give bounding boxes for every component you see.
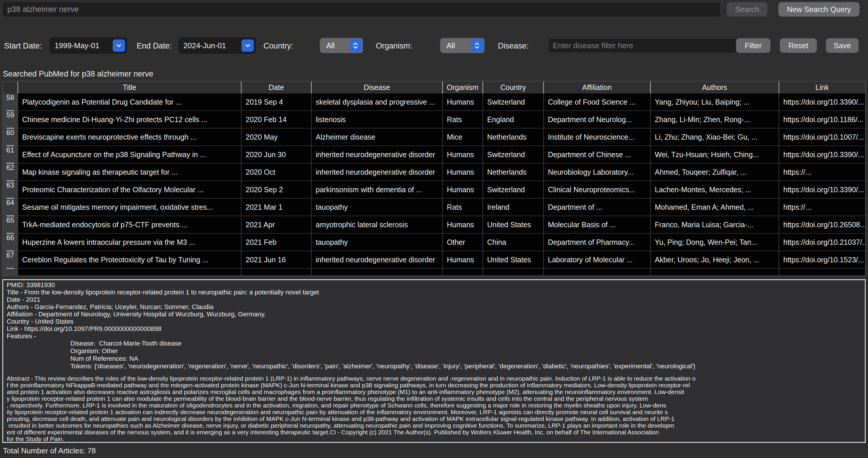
cell-title: TrkA-mediated endocytosis of p75-CTF pre… xyxy=(18,216,242,234)
abstract-line: prouting, decrease cell death, and atten… xyxy=(7,415,861,422)
start-date-label: Start Date: xyxy=(4,41,42,51)
save-button[interactable]: Save xyxy=(826,38,859,53)
cell-country: United States xyxy=(483,251,544,269)
cell-date: 2020 Oct xyxy=(242,163,312,181)
cell-title: Platycodigenin as Potential Drug Candida… xyxy=(18,93,242,111)
row-number: 63 xyxy=(3,181,18,199)
row-number: 64 xyxy=(3,199,18,216)
cell-date xyxy=(242,269,312,275)
app-window: Search New Search Query Start Date: 1999… xyxy=(0,0,868,458)
header-authors[interactable]: Authors xyxy=(651,82,779,93)
cell-title: Cereblon Regulates the Proteotoxicity of… xyxy=(18,251,242,269)
cell-date: 2020 Feb 14 xyxy=(242,111,312,128)
cell-authors: Ahmed, Touqeer; Zulfiqar, ... xyxy=(651,163,779,181)
table-row[interactable]: 59 Chinese medicine Di-Huang-Yi-Zhi prot… xyxy=(3,111,865,128)
table-row[interactable]: 64 Sesame oil mitigates memory impairmen… xyxy=(3,199,865,216)
header-link[interactable]: Link xyxy=(779,82,865,93)
detail-link: Link - https://doi.org/10.1097/PR9.00000… xyxy=(7,325,861,332)
cell-country: Netherlands xyxy=(483,163,544,181)
detail-title: Title - From the low-density lipoprotein… xyxy=(7,288,861,296)
cell-authors: Yu, Ping; Dong, Wen-Pei; Tan... xyxy=(651,234,779,251)
cell-organism: Humans xyxy=(443,216,483,234)
cell-affiliation: Neurobiology Laboratory... xyxy=(544,163,651,181)
row-number xyxy=(3,269,18,275)
up-down-chevrons-icon[interactable] xyxy=(471,39,483,52)
detail-country: Country - United States xyxy=(7,318,861,325)
chevron-down-icon[interactable] xyxy=(242,39,254,52)
cell-country: Switzerland xyxy=(483,93,544,111)
table-row[interactable]: 66 Huperzine A lowers intraocular pressu… xyxy=(3,234,865,251)
start-date-value: 1999-May-01 xyxy=(55,38,99,53)
cell-affiliation: Department of ... xyxy=(544,199,651,216)
header-title[interactable]: Title xyxy=(18,82,242,93)
end-date-label: End Date: xyxy=(137,41,172,51)
table-row[interactable]: 67 Cereblon Regulates the Proteotoxicity… xyxy=(3,251,865,269)
results-table: Title Date Disease Organism Country Affi… xyxy=(2,81,866,276)
detail-features-heading: Features - xyxy=(7,332,861,340)
cell-authors: Akber, Uroos; Jo, Heeji; Jeon, ... xyxy=(651,251,779,269)
up-down-chevrons-icon[interactable] xyxy=(349,39,362,52)
table-row[interactable]: 60 Breviscapine exerts neuroprotective e… xyxy=(3,128,865,146)
row-number: 58 xyxy=(3,93,18,111)
detail-pmid: PMID: 33981930 xyxy=(7,281,861,288)
cell-country: Switzerland xyxy=(483,146,544,163)
table-row[interactable]: 62 Map kinase signaling as therapeutic t… xyxy=(3,163,865,181)
cell-authors: Franco, Maria Luisa; Garcia-... xyxy=(651,216,779,234)
table-row[interactable]: 65 TrkA-mediated endocytosis of p75-CTF … xyxy=(3,216,865,234)
detail-feature-tokens: Tokens: {'diseases', 'neurodegeneration'… xyxy=(7,363,861,370)
header-organism[interactable]: Organism xyxy=(443,82,483,93)
cell-country: United States xyxy=(483,216,544,234)
chevron-down-icon[interactable] xyxy=(113,39,125,52)
row-number: 65 xyxy=(3,216,18,234)
cell-organism: Rats xyxy=(443,199,483,216)
table-row[interactable]: 63 Proteomic Characterization of the Olf… xyxy=(3,181,865,199)
cell-link: https://doi.org/10.3390/... xyxy=(779,181,865,199)
cell-title: Proteomic Characterization of the Olfact… xyxy=(18,181,242,199)
cell-disease: Alzheimer disease xyxy=(312,128,443,146)
cell-link: https://doi.org/10.3390/... xyxy=(779,93,865,111)
search-status-text: Searched PubMed for p38 alzheimer nerve xyxy=(3,69,153,79)
cell-link xyxy=(779,269,865,275)
cell-title: Effect of Acupuncture on the p38 Signali… xyxy=(18,146,242,163)
end-date-combobox[interactable]: 2024-Jun-01 xyxy=(179,38,255,53)
detail-feature-organism: Organism: Other xyxy=(7,347,861,355)
new-search-query-button[interactable]: New Search Query xyxy=(778,2,860,17)
cell-link: https://doi.org/10.1523/... xyxy=(779,251,865,269)
search-button[interactable]: Search xyxy=(726,2,768,17)
cell-date: 2021 Feb xyxy=(242,234,312,251)
cell-affiliation: Department of Pharmacy... xyxy=(544,234,651,251)
search-query-input[interactable] xyxy=(3,2,720,17)
cell-title: Breviscapine exerts neuroprotective effe… xyxy=(18,128,242,146)
disease-label: Disease: xyxy=(498,41,529,51)
filter-button[interactable]: Filter xyxy=(736,38,771,53)
detail-authors: Authors - Garcia-Fernandez, Patricia; Uc… xyxy=(7,303,861,310)
cell-disease xyxy=(312,269,443,275)
article-detail-panel: PMID: 33981930 Title - From the low-dens… xyxy=(2,279,866,443)
table-row[interactable]: 58 Platycodigenin as Potential Drug Cand… xyxy=(3,93,865,111)
start-date-combobox[interactable]: 1999-May-01 xyxy=(50,38,126,53)
cell-affiliation: Laboratory of Molecular ... xyxy=(544,251,651,269)
header-date[interactable]: Date xyxy=(242,82,312,93)
header-country[interactable]: Country xyxy=(483,82,544,93)
header-disease[interactable]: Disease xyxy=(312,82,443,93)
country-select[interactable]: All xyxy=(320,38,363,53)
cell-disease: listeriosis xyxy=(312,111,443,128)
cell-date: 2021 Apr xyxy=(242,216,312,234)
cell-authors: Li, Zhu; Zhang, Xiao-Bei; Gu, ... xyxy=(651,128,779,146)
table-row[interactable]: 61 Effect of Acupuncture on the p38 Sign… xyxy=(3,146,865,163)
table-row-partial[interactable] xyxy=(3,269,865,275)
cell-country: Netherlands xyxy=(483,128,544,146)
disease-filter-input[interactable] xyxy=(549,39,736,52)
cell-authors: Lachen-Montes, Mercedes; ... xyxy=(651,181,779,199)
cell-affiliation: Department of Neurolog... xyxy=(544,111,651,128)
organism-select[interactable]: All xyxy=(440,38,485,53)
cell-organism: Other xyxy=(443,234,483,251)
cell-disease: inherited neurodegenerative disorder xyxy=(312,163,443,181)
header-affiliation[interactable]: Affiliation xyxy=(544,82,651,93)
reset-button[interactable]: Reset xyxy=(780,38,817,53)
cell-organism: Rats xyxy=(443,111,483,128)
abstract-line: ated protein 1 activation also decreases… xyxy=(7,389,861,395)
row-number: 62 xyxy=(3,163,18,181)
cell-disease: parkinsonism with dementia of ... xyxy=(312,181,443,199)
cell-title: Map kinase signaling as therapeutic targ… xyxy=(18,163,242,181)
